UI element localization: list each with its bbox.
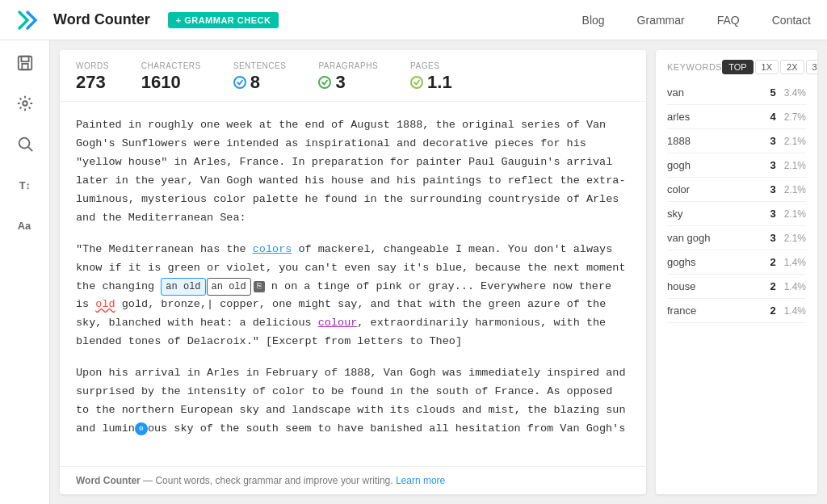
stat-words: WORDS 273: [76, 61, 109, 93]
nav-blog[interactable]: Blog: [582, 14, 605, 27]
floating-action-icon[interactable]: ⚙: [135, 422, 148, 435]
tab-1x[interactable]: 1X: [755, 60, 779, 74]
editor[interactable]: Painted in roughly one week at the end o…: [60, 102, 646, 466]
nav-grammar[interactable]: Grammar: [637, 14, 685, 27]
keyword-row: van53.4%: [667, 81, 806, 105]
grammar-check-button[interactable]: + GRAMMAR CHECK: [168, 12, 279, 28]
suggestion-pill-2[interactable]: an old: [207, 278, 251, 296]
keyword-row: goghs21.4%: [667, 250, 806, 275]
keyword-list: van53.4%arles42.7%188832.1%gogh32.1%colo…: [656, 81, 817, 323]
keyword-row: arles42.7%: [667, 105, 806, 129]
tab-2x[interactable]: 2X: [780, 60, 804, 74]
colors-underline: colors: [253, 243, 292, 255]
logo-icon: [16, 9, 45, 32]
sidebar-save-icon[interactable]: [12, 50, 38, 76]
svg-rect-2: [22, 64, 27, 69]
svg-line-5: [28, 147, 32, 151]
header: Word Counter + GRAMMAR CHECK Blog Gramma…: [0, 0, 827, 40]
sidebar: T↕ Aa: [0, 40, 50, 504]
stat-paragraphs: PARAGRAPHS 3: [318, 61, 378, 93]
paragraphs-icon: [318, 76, 331, 89]
pages-icon: [410, 76, 423, 89]
suggestion-pill-1[interactable]: an old: [161, 278, 205, 296]
keywords-header: KEYWORDS TOP 1X 2X 3X: [656, 50, 817, 81]
svg-text:Aa: Aa: [17, 220, 31, 232]
sidebar-settings-icon[interactable]: [12, 90, 38, 116]
svg-point-10: [411, 77, 422, 88]
footer: Word Counter — Count words, check gramma…: [60, 466, 646, 494]
keyword-row: house21.4%: [667, 275, 806, 299]
keyword-row: gogh32.1%: [667, 153, 806, 178]
tab-top[interactable]: TOP: [722, 60, 753, 74]
sentences-icon: [233, 76, 246, 89]
paragraph-2: "The Mediterranean has the colors of mac…: [76, 241, 630, 352]
tab-3x[interactable]: 3X: [806, 60, 817, 74]
keyword-row: color32.1%: [667, 178, 806, 202]
keywords-panel: KEYWORDS TOP 1X 2X 3X van53.4%arles42.7%…: [656, 50, 817, 494]
learn-more-link[interactable]: Learn more: [396, 475, 445, 486]
paragraph-3: Upon his arrival in Arles in February of…: [76, 364, 630, 439]
stat-pages: PAGES 1.1: [410, 61, 452, 93]
svg-point-8: [234, 77, 246, 88]
nav-contact[interactable]: Contact: [772, 14, 811, 27]
main-nav: Blog Grammar FAQ Contact: [582, 14, 811, 27]
keyword-row: sky32.1%: [667, 202, 806, 226]
paragraph-1: Painted in roughly one week at the end o…: [76, 116, 630, 228]
keyword-tabs: TOP 1X 2X 3X: [722, 60, 817, 74]
old-misspelled: old: [95, 298, 115, 310]
svg-point-9: [319, 77, 330, 88]
sidebar-text-icon[interactable]: T↕: [12, 171, 38, 197]
svg-rect-1: [21, 57, 28, 61]
svg-point-4: [19, 138, 29, 149]
svg-text:T↕: T↕: [19, 179, 30, 191]
site-title: Word Counter: [53, 11, 150, 28]
keyword-row: van gogh32.1%: [667, 226, 806, 250]
stats-bar: WORDS 273 CHARACTERS 1610 SENTENCES 8 PA…: [60, 50, 646, 102]
keyword-row: 188832.1%: [667, 129, 806, 153]
copy-icon[interactable]: ⎘: [254, 281, 265, 292]
sidebar-search-icon[interactable]: [12, 131, 38, 157]
text-cursor: |: [207, 298, 213, 310]
keywords-label: KEYWORDS: [667, 62, 722, 72]
logo-area: Word Counter + GRAMMAR CHECK: [16, 9, 279, 32]
main-container: T↕ Aa WORDS 273 CHARACTERS 1610 SENTENCE…: [0, 40, 827, 504]
sidebar-font-icon[interactable]: Aa: [12, 212, 38, 237]
suggestion-group: an old an old ⎘: [161, 278, 264, 296]
colour-underline: colour: [318, 317, 358, 329]
keyword-row: france21.4%: [667, 299, 806, 323]
svg-point-3: [23, 101, 27, 106]
stat-characters: CHARACTERS 1610: [141, 61, 201, 93]
nav-faq[interactable]: FAQ: [717, 14, 740, 27]
content-area: WORDS 273 CHARACTERS 1610 SENTENCES 8 PA…: [60, 50, 646, 494]
stat-sentences: SENTENCES 8: [233, 61, 287, 93]
